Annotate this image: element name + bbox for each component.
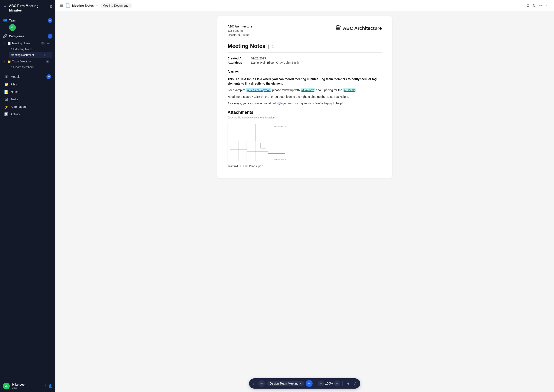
notes-para3-after: with questions. We're happy to help! — [295, 102, 343, 105]
team-avatars: ML — [3, 24, 52, 31]
created-at-value: 09/22/2023 — [251, 57, 266, 60]
footer-user-name: Mike Lee — [12, 383, 25, 386]
activity-label: Activity — [11, 112, 20, 116]
add-models-button[interactable]: + — [46, 74, 51, 79]
notes-para1-mid: please follow up with — [272, 88, 301, 92]
chevron-down-icon: ▼ — [4, 42, 6, 44]
svg-rect-13 — [261, 143, 266, 148]
sort-icon[interactable]: ⇅ — [533, 3, 536, 8]
sidebar-header-left: ← ABC Firm Meeting Minutes — [3, 4, 49, 13]
all-team-members-label: All Team Members — [11, 65, 51, 69]
sidebar-item-activity[interactable]: 📊 Activity — [2, 111, 53, 118]
meeting-dropdown[interactable]: Design Team Meeting ▾ — [267, 381, 304, 386]
created-at-label: Created At — [228, 57, 247, 60]
all-meeting-notes-row[interactable]: All Meeting Notes — [9, 46, 52, 52]
breadcrumb-sub[interactable]: Meeting Document ▾ — [101, 3, 132, 8]
doc-logo: 🏛 ABC Architecture — [335, 25, 382, 32]
notes-para1-before: For example: — [228, 88, 246, 92]
notes-label: Notes — [11, 90, 19, 93]
sidebar-item-automations[interactable]: ⚡ Automations — [2, 103, 53, 111]
notes-link[interactable]: help@layer.team — [272, 102, 294, 105]
sidebar: ← ABC Firm Meeting Minutes ⚙ 👥 Team + ML… — [0, 0, 56, 392]
files-label: Files — [11, 83, 17, 86]
notes-para1-mid2: about pricing for the — [316, 88, 343, 92]
notes-mention[interactable]: @Jessica Wyman — [246, 88, 272, 92]
meeting-notes-more-icon[interactable]: ⋯ — [47, 41, 50, 45]
meeting-document-row[interactable]: Meeting Document ☆ ⋯ — [9, 52, 52, 58]
dropdown-label: Design Team Meeting — [270, 382, 299, 385]
doc-title-row: Meeting Notes | 1 — [228, 43, 382, 53]
sidebar-footer: ML Mike Lee Layer ? 👤 — [0, 380, 56, 392]
bottom-bar: ⠿ ← Design Team Meeting ▾ → − 100% + 🖨 ⤢ — [56, 376, 554, 392]
attachments-hint: Click the file below to view the full ve… — [228, 116, 382, 119]
address-line2: Lincoln, NE 68508 — [228, 33, 252, 37]
notes-para2: Need more space? Click on the "three dot… — [228, 95, 382, 99]
zoom-in-button[interactable]: + — [334, 380, 340, 386]
categories-section-label: 🔗 Categories — [3, 34, 24, 38]
notes-tag2[interactable]: #L Desk — [343, 88, 356, 92]
svg-text:Initial Floor Plan: Initial Floor Plan — [274, 159, 286, 160]
star-icon[interactable]: ☆ — [43, 53, 46, 56]
team-section: 👥 Team + ML — [0, 16, 56, 32]
gear-icon[interactable]: ⚙ — [49, 4, 52, 9]
meeting-notes-row[interactable]: ▼ 📄 Meeting Notes 2 ⋯ — [3, 40, 52, 46]
footer-user-sub: Layer — [12, 386, 25, 389]
logo-icon: 🏛 — [335, 25, 341, 32]
footer-avatar[interactable]: ML — [3, 383, 10, 389]
user-settings-icon[interactable]: 👤 — [48, 384, 52, 388]
topbar: ☰ 📄 Meeting Notes → Meeting Document ▾ ⧖… — [56, 0, 554, 11]
meeting-notes-badge: 2 — [41, 42, 45, 44]
sidebar-item-tasks[interactable]: ☑ Tasks — [2, 96, 53, 103]
topbar-right: ⧖ ⇅ ✏ ⋯ — [526, 3, 550, 8]
chevron-down-icon-2: ▼ — [4, 60, 6, 63]
categories-icon: 🔗 — [3, 34, 7, 38]
team-directory-badge: 3 — [46, 60, 49, 63]
zoom-out-button[interactable]: − — [318, 380, 324, 386]
team-section-row: 👥 Team + — [3, 18, 52, 23]
edit-icon[interactable]: ✏ — [539, 3, 542, 8]
add-category-button[interactable]: + — [48, 34, 52, 39]
notes-section-title: Notes — [228, 70, 382, 74]
notes-para3-before: As always, you can contact us at — [228, 102, 272, 105]
notes-tag1[interactable]: #Haworth — [301, 88, 315, 92]
sidebar-item-notes[interactable]: 📝 Notes — [2, 88, 53, 96]
meeting-doc-more-icon[interactable]: ⋯ — [47, 53, 51, 57]
help-icon[interactable]: ? — [44, 384, 46, 388]
meeting-notes-tree-item: ▼ 📄 Meeting Notes 2 ⋯ All Meeting Notes … — [3, 40, 52, 58]
doc-title-num: 1 — [272, 44, 274, 49]
open-external-icon[interactable]: ⤢ — [352, 380, 357, 387]
attachment-preview[interactable]: ABC Architecture Initial Floor Plan — [228, 122, 287, 163]
doc-title-separator: | — [268, 44, 269, 49]
prev-button[interactable]: ← — [258, 380, 265, 387]
team-directory-tree-item: ▼ 📁 Team Directory 3 All Team Members — [3, 58, 52, 70]
notes-para1: For example: @Jessica Wyman please follo… — [228, 88, 382, 92]
sidebar-item-files[interactable]: 📁 Files — [2, 81, 53, 88]
breadcrumb-main[interactable]: Meeting Notes — [72, 4, 94, 7]
svg-rect-4 — [247, 141, 268, 161]
all-team-members-row[interactable]: All Team Members — [9, 64, 52, 70]
grip-icon[interactable]: ⠿ — [252, 380, 257, 387]
menu-icon[interactable]: ☰ — [60, 3, 63, 8]
breadcrumb-doc-icon: 📄 — [66, 3, 70, 8]
team-label: Team — [9, 19, 17, 22]
notes-para3: As always, you can contact us at help@la… — [228, 101, 382, 106]
meeting-document-label: Meeting Document — [11, 53, 42, 56]
avatar[interactable]: ML — [9, 24, 16, 31]
sidebar-item-models[interactable]: ◫ Models + — [2, 73, 53, 81]
content-area: ABC Architecture 123 State St. Lincoln, … — [56, 11, 554, 376]
sidebar-header: ← ABC Firm Meeting Minutes ⚙ — [0, 0, 56, 16]
next-button[interactable]: → — [306, 380, 313, 387]
zoom-control: − 100% + — [318, 380, 340, 386]
add-team-button[interactable]: + — [48, 18, 52, 23]
more-icon[interactable]: ⋯ — [546, 3, 550, 8]
models-label: Models — [11, 75, 20, 78]
back-icon[interactable]: ← — [3, 4, 7, 9]
team-directory-row[interactable]: ▼ 📁 Team Directory 3 — [3, 59, 52, 64]
filter-icon[interactable]: ⧖ — [526, 3, 529, 8]
footer-user: ML Mike Lee Layer — [3, 383, 25, 389]
print-icon[interactable]: 🖨 — [345, 380, 351, 387]
categories-section-row: 🔗 Categories + — [3, 34, 52, 39]
svg-rect-0 — [230, 124, 285, 161]
document-card: ABC Architecture 123 State St. Lincoln, … — [217, 16, 392, 178]
bottom-toolbar: ⠿ ← Design Team Meeting ▾ → − 100% + 🖨 ⤢ — [249, 378, 361, 389]
